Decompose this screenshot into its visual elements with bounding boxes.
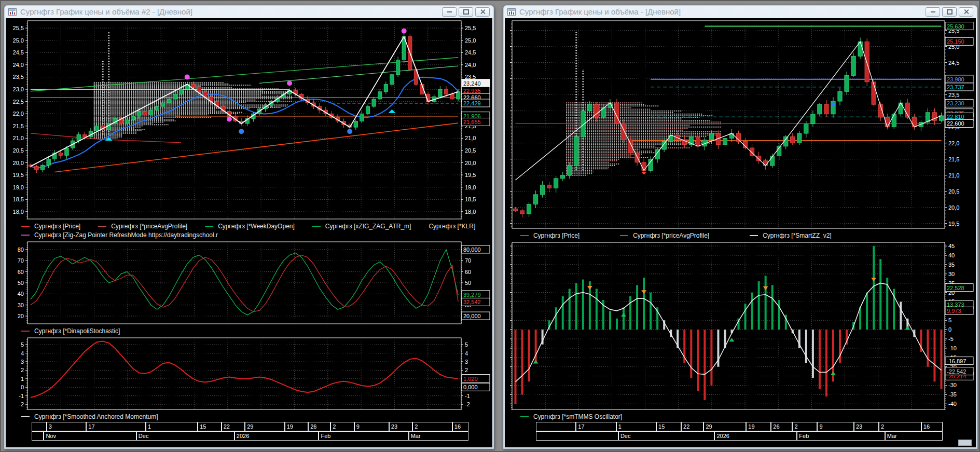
svg-text:22,600: 22,600 [947,120,964,127]
date-cell: 26 [308,422,330,431]
legend-item[interactable]: Сургнфгз [*smTMMS Oscillator] [520,413,622,420]
svg-text:40: 40 [948,252,955,258]
svg-text:39,279: 39,279 [463,292,481,298]
legend-item[interactable]: Сургнфгз [*WeekDayOpen] [205,223,295,230]
titlebar[interactable]: Сургнфгз График цены и объёма #2 - [Днев… [6,5,492,18]
svg-text:0: 0 [948,326,951,333]
date-cell: Mar [885,431,943,441]
legend-item[interactable]: Сургнфгз [xZIG_ZAG_ATR_m] [312,223,411,230]
svg-text:32,542: 32,542 [463,299,481,305]
svg-text:-1: -1 [19,393,24,399]
legend-label: Сургнфгз [*WeekDayOpen] [218,223,295,230]
svg-text:-30: -30 [948,382,957,388]
date-axis: 17115222919262923216Dec2026FebMar [536,422,943,441]
svg-text:20,5: 20,5 [948,188,959,195]
svg-text:20,0: 20,0 [13,160,24,166]
date-cell [536,431,618,441]
legend-label: Сургнфгз [xZIG_ZAG_ATR_m] [325,223,411,230]
legend-dash-icon [21,331,30,332]
legend-item[interactable]: Сургнфгз [*SmartZZ_v2] [750,232,832,239]
oscillator-legend-row: Сургнфгз [*smTMMS Oscillator] [505,412,976,421]
date-cell: 2 [412,422,452,431]
legend-label: Сургнфгз [*Smoothed Anchored Momentum] [34,413,158,420]
close-button[interactable] [959,7,973,17]
legend-label: Сургнфгз [*KLR] [429,223,475,230]
minimize-icon [931,11,935,12]
legend-dash-icon [21,416,30,417]
legend-label: Сургнфгз [Zig-Zag Pointer RefreshMode ht… [34,231,218,239]
legend-item[interactable]: Сургнфгз [Zig-Zag Pointer RefreshMode ht… [21,231,218,239]
legend-item[interactable]: Сургнфгз [*priceAvgProfile] [620,232,709,239]
date-cell: Dec [136,431,234,441]
svg-text:25,0: 25,0 [13,37,24,44]
svg-text:20: 20 [18,313,24,319]
date-cell: 15 [656,422,681,431]
svg-text:21,0: 21,0 [948,172,959,179]
legend-item[interactable]: Сургнфгз [*priceAvgProfile] [98,223,187,230]
legend-item[interactable]: Сургнфгз [*DinapoliStochastic] [21,327,120,335]
chart-client-area: 25,525,024,524,023,523,022,522,021,521,0… [505,18,976,447]
svg-text:25,630: 25,630 [947,23,964,30]
svg-text:4: 4 [465,350,468,357]
chart-window-right: Сургнфгз График цены и объёма - [Дневной… [503,5,978,449]
close-button[interactable] [475,7,490,17]
svg-text:9,973: 9,973 [947,308,961,314]
stochastic-legend-row: Сургнфгз [*DinapoliStochastic] [6,326,492,335]
legend-item[interactable]: Сургнфгз [Price] [21,223,80,230]
momentum-pane[interactable]: 554433221100-1-1-2-21,0200,000 [6,335,492,412]
date-cell: Nov [44,431,136,441]
svg-text:23,737: 23,737 [947,84,964,90]
legend-item[interactable]: Сургнфгз [*KLR] [429,223,475,230]
minimize-button[interactable] [926,7,940,17]
right-price-canvas: 25,525,024,524,023,523,022,522,021,521,0… [505,18,976,231]
date-cell: 22 [222,422,245,431]
svg-text:4: 4 [21,350,24,357]
price-chart-pane[interactable]: 25,525,525,025,024,524,524,024,023,523,5… [6,18,492,222]
svg-text:5: 5 [465,341,468,348]
legend-item[interactable]: Сургнфгз [*Smoothed Anchored Momentum] [21,413,158,420]
legend-dash-icon [21,226,30,227]
date-cell: Feb [319,431,408,441]
scrollbar-corner[interactable] [958,440,972,446]
svg-text:25,150: 25,150 [947,38,964,45]
svg-text:25,5: 25,5 [465,25,476,31]
date-cell: 23 [854,422,879,431]
svg-text:5: 5 [948,317,951,323]
svg-text:25,5: 25,5 [13,25,24,31]
svg-text:-16,897: -16,897 [947,358,966,364]
restore-button[interactable] [942,7,957,17]
titlebar[interactable]: Сургнфгз График цены и объёма - [Дневной… [505,5,976,18]
svg-text:2: 2 [465,367,468,373]
stochastic-pane[interactable]: 808070706060505040403030202080,00039,279… [6,239,492,326]
restore-button[interactable] [459,7,473,17]
legend-label: Сургнфгз [*SmartZZ_v2] [763,232,832,239]
price-chart-pane[interactable]: 25,525,024,524,023,523,022,522,021,521,0… [505,18,976,231]
restore-icon [463,9,469,15]
date-cell: 2 [330,422,354,431]
date-cell: 29 [703,422,746,431]
date-axis-days-row: 317115222919262923216 [32,422,468,431]
svg-text:24,5: 24,5 [465,49,476,56]
svg-text:-35: -35 [948,391,957,398]
svg-text:30: 30 [948,271,955,277]
minimize-icon [447,11,452,12]
legend-label: Сургнфгз [*smTMMS Oscillator] [533,413,622,420]
svg-text:70: 70 [18,257,24,264]
svg-text:80: 80 [18,246,24,253]
svg-text:20,0: 20,0 [465,160,476,166]
svg-text:1,020: 1,020 [463,376,478,382]
legend-dash-icon [750,235,758,236]
svg-text:50: 50 [465,280,471,286]
oscillator-pane[interactable]: 454035302520151050-5-10-15-20-25-30-35-4… [505,240,976,412]
svg-text:21,5: 21,5 [948,156,959,162]
minimize-button[interactable] [442,7,457,17]
legend-item[interactable]: Сургнфгз [Price] [520,232,579,239]
date-cell: 22 [681,422,703,431]
price-legend-row: Сургнфгз [Price]Сургнфгз [*priceAvgProfi… [6,222,492,230]
mdi-desktop: Сургнфгз График цены и объёма #2 - [Днев… [0,0,980,452]
left-price-canvas: 25,525,525,025,024,524,524,024,023,523,5… [6,18,492,222]
svg-text:18,5: 18,5 [13,196,24,202]
date-axis-months-row: NovDec2026FebMar [32,431,468,441]
svg-text:22,429: 22,429 [463,100,481,106]
svg-text:-10: -10 [948,345,957,351]
